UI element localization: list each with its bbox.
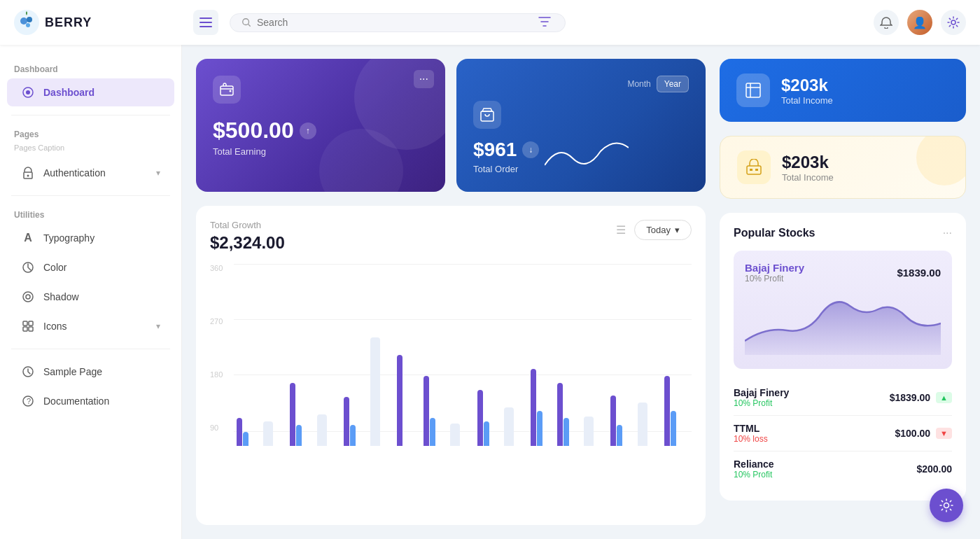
stocks-title: Popular Stocks xyxy=(734,227,815,239)
sidebar-item-documentation[interactable]: ? Documentation xyxy=(7,387,174,415)
today-filter-button[interactable]: Today ▾ xyxy=(634,220,692,240)
fab-button[interactable] xyxy=(930,489,963,522)
bar-light xyxy=(263,421,273,446)
bar-group xyxy=(584,416,608,446)
bar-group xyxy=(664,376,689,446)
chevron-down-icon: ▾ xyxy=(675,225,680,235)
notification-button[interactable] xyxy=(874,10,899,35)
bar-light xyxy=(504,407,514,446)
hamburger-button[interactable] xyxy=(193,10,218,35)
svg-rect-26 xyxy=(747,166,761,174)
svg-point-29 xyxy=(944,503,949,508)
bar-group xyxy=(397,355,421,446)
sidebar-item-color[interactable]: Color xyxy=(7,253,174,281)
bar-blue xyxy=(671,411,676,446)
bar-group xyxy=(370,337,395,446)
sidebar-section-pages-subtitle: Pages Caption xyxy=(0,142,181,158)
stat-card-blue: $203k Total Income xyxy=(720,59,966,122)
svg-text:?: ? xyxy=(27,397,31,405)
bar-purple xyxy=(610,396,616,446)
sidebar-item-label: Shadow xyxy=(43,291,79,302)
search-input[interactable] xyxy=(257,17,530,28)
gear-icon xyxy=(947,16,960,29)
sidebar-item-sample-page[interactable]: Sample Page xyxy=(7,358,174,386)
bar-blue xyxy=(537,411,542,446)
content-area: ··· $500.00 ↑ Total Earning xyxy=(182,45,980,539)
stat1-label: Total Income xyxy=(781,95,833,106)
logo-text: BERRY xyxy=(45,15,92,30)
settings-button[interactable] xyxy=(941,10,966,35)
sample-page-icon xyxy=(21,365,35,379)
bar-purple xyxy=(477,390,483,446)
stock-list-item: Reliance 10% Profit $200.00 xyxy=(734,451,952,486)
filter-button[interactable] xyxy=(536,14,554,31)
stat-card-yellow: $203k Total Income xyxy=(720,136,966,199)
today-label: Today xyxy=(646,225,671,235)
stocks-menu-button[interactable]: ··· xyxy=(943,227,952,239)
card-icon-wrap xyxy=(213,76,241,104)
svg-rect-15 xyxy=(23,321,27,326)
y-label: 270 xyxy=(210,317,231,326)
y-label: 90 xyxy=(210,424,231,432)
stocks-card: Popular Stocks ··· Bajaj Finery 10% Prof… xyxy=(720,213,966,500)
earning-label: Total Earning xyxy=(213,146,428,157)
bar-group xyxy=(638,402,662,446)
stock-price: $100.00 xyxy=(895,428,931,439)
cash-register-icon xyxy=(746,159,762,176)
sidebar-item-label: Documentation xyxy=(43,396,109,407)
bar-group xyxy=(344,397,368,446)
card-menu-button[interactable]: ··· xyxy=(414,70,434,88)
growth-header: Total Growth $2,324.00 ☰ Today ▾ xyxy=(210,220,692,253)
bar-group xyxy=(531,369,555,446)
shopping-bag-icon xyxy=(479,107,495,122)
order-wave-chart xyxy=(545,137,689,175)
settings-fab-icon xyxy=(939,498,954,513)
svg-rect-5 xyxy=(200,22,212,23)
bar-group xyxy=(610,396,635,446)
bar-chart-area: 360 270 180 90 xyxy=(210,264,692,446)
featured-stock-profit: 10% Profit xyxy=(745,274,804,284)
table-icon xyxy=(745,82,762,99)
svg-point-10 xyxy=(26,90,30,94)
stock-list-item: Bajaj Finery 10% Profit $1839.00 ▲ xyxy=(734,380,952,416)
bar-purple xyxy=(237,418,242,446)
stock-name: Bajaj Finery xyxy=(734,387,789,398)
growth-amount: $2,324.00 xyxy=(210,233,285,253)
dashboard-icon xyxy=(21,85,35,99)
tab-row: Month Year xyxy=(473,76,689,92)
sidebar-item-authentication[interactable]: Authentication ▾ xyxy=(7,159,174,187)
bar-purple xyxy=(397,355,402,446)
featured-stock-name: Bajaj Finery xyxy=(745,262,804,274)
sidebar-item-dashboard[interactable]: Dashboard xyxy=(7,78,174,106)
svg-rect-27 xyxy=(750,169,752,171)
svg-rect-28 xyxy=(755,169,758,171)
bar-group xyxy=(290,383,314,446)
typography-icon: A xyxy=(21,231,35,245)
sidebar-section-utilities: Utilities xyxy=(0,204,181,223)
sidebar-item-label: Authentication xyxy=(43,167,106,178)
svg-rect-18 xyxy=(29,327,33,331)
sidebar-item-shadow[interactable]: Shadow xyxy=(7,283,174,311)
bar-chart xyxy=(234,292,692,446)
stock-name: TTML xyxy=(734,423,768,434)
stat1-value: $203k xyxy=(781,76,833,95)
bar-purple xyxy=(664,376,670,446)
sidebar-item-icons[interactable]: Icons ▾ xyxy=(7,312,174,340)
bar-blue xyxy=(243,432,248,446)
svg-point-11 xyxy=(27,175,29,177)
user-avatar[interactable]: 👤 xyxy=(907,10,932,35)
svg-rect-25 xyxy=(746,83,760,97)
sidebar-item-typography[interactable]: A Typography xyxy=(7,224,174,252)
stat2-label: Total Income xyxy=(782,172,834,183)
sidebar-item-label: Color xyxy=(43,262,66,273)
year-tab-button[interactable]: Year xyxy=(657,76,689,92)
chart-menu-button[interactable]: ☰ xyxy=(616,223,626,237)
sidebar-item-label: Dashboard xyxy=(43,87,94,98)
bar-blue xyxy=(564,418,569,446)
trend-up-badge: ↑ xyxy=(300,122,316,139)
right-column: $203k Total Income $203k Tota xyxy=(720,59,966,525)
header-right: 👤 xyxy=(874,10,966,35)
bar-group xyxy=(557,383,582,446)
bar-light xyxy=(584,416,594,446)
stock-area-chart xyxy=(745,292,941,355)
